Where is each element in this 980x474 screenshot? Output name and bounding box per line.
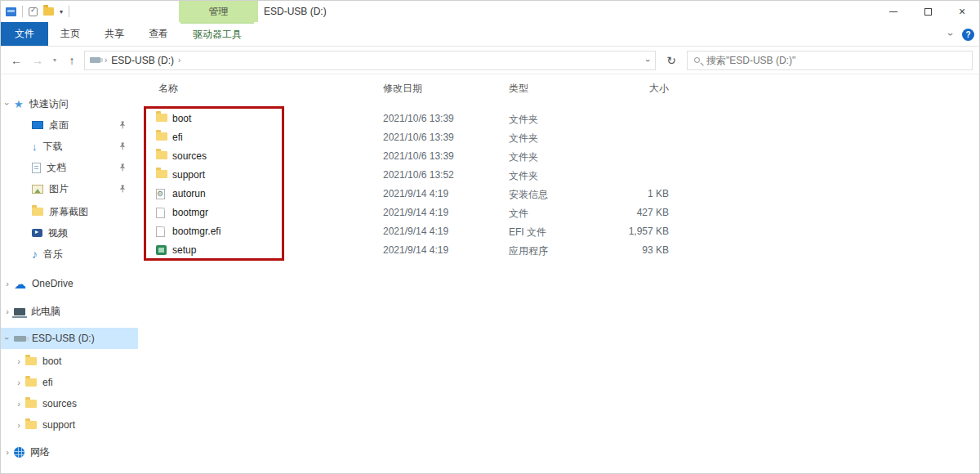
column-header-size[interactable]: 大小 [595, 82, 669, 96]
refresh-icon[interactable]: ↻ [659, 54, 684, 67]
ribbon-tab-row: 文件 主页 共享 查看 驱动器工具 › ? [1, 22, 979, 47]
expander-icon[interactable]: › [1, 279, 14, 288]
file-date: 2021/10/6 13:39 [383, 132, 454, 143]
search-input[interactable] [706, 55, 965, 66]
file-type: 文件夹 [509, 113, 538, 127]
file-row-efi[interactable]: efi 2021/10/6 13:39 文件夹 [138, 128, 979, 147]
file-date: 2021/9/14 4:19 [383, 226, 448, 237]
network-icon [14, 447, 24, 458]
folder-icon [32, 208, 43, 216]
sidebar-item-this-pc[interactable]: › 此电脑 [1, 301, 138, 322]
column-headers: 名称 修改日期 类型 大小 [138, 75, 979, 98]
file-row-autorun[interactable]: autorun 2021/9/14 4:19 安装信息 1 KB [138, 185, 979, 203]
file-row-bootmgr[interactable]: bootmgr 2021/9/14 4:19 文件 427 KB [138, 203, 979, 222]
column-header-type[interactable]: 类型 [509, 82, 528, 96]
forward-button[interactable]: → [29, 54, 47, 67]
help-icon[interactable]: ? [962, 29, 974, 41]
manage-contextual-header[interactable]: 管理 [179, 1, 258, 22]
tab-drive-tools[interactable]: 驱动器工具 [180, 22, 254, 46]
file-row-boot[interactable]: boot 2021/10/6 13:39 文件夹 [138, 110, 979, 128]
sidebar-item-quick-access[interactable]: › ★ 快速访问 [1, 93, 138, 114]
quick-access-star-icon: ★ [14, 99, 24, 110]
qat-dropdown-icon[interactable]: ▾ [60, 8, 63, 16]
expander-icon[interactable]: › [12, 399, 25, 409]
sidebar-item-desktop[interactable]: 桌面 [1, 114, 138, 136]
sidebar-label: sources [42, 398, 77, 409]
desktop-icon [32, 121, 43, 129]
tab-file[interactable]: 文件 [1, 22, 48, 46]
sidebar-item-pictures[interactable]: 图片 [1, 178, 138, 199]
address-box[interactable]: › ESD-USB (D:) › › [84, 51, 656, 70]
onedrive-cloud-icon: ☁ [14, 278, 26, 290]
file-row-bootmgr-efi[interactable]: bootmgr.efi 2021/9/14 4:19 EFI 文件 1,957 … [138, 222, 979, 241]
column-header-name[interactable]: 名称 [158, 82, 178, 96]
sidebar-item-efi[interactable]: › efi [1, 372, 138, 393]
collapse-ribbon-icon[interactable]: › [945, 33, 956, 36]
sidebar-label: 屏幕截图 [49, 205, 88, 219]
file-list-pane: 名称 修改日期 类型 大小 boot 2021/10/6 13:39 文件夹 e… [138, 75, 979, 473]
tab-view[interactable]: 查看 [136, 22, 180, 46]
minimize-button[interactable] [876, 1, 911, 22]
close-button[interactable]: × [945, 1, 979, 22]
file-name: bootmgr [172, 207, 208, 218]
maximize-icon [924, 8, 932, 16]
column-header-date[interactable]: 修改日期 [383, 82, 422, 96]
sidebar-item-esd-usb[interactable]: › ESD-USB (D:) [1, 328, 138, 349]
sidebar-label: 此电脑 [31, 305, 60, 319]
file-date: 2021/10/6 13:39 [383, 113, 454, 124]
sidebar-item-boot[interactable]: › boot [1, 351, 138, 372]
pin-icon [118, 121, 127, 129]
file-row-setup[interactable]: setup 2021/9/14 4:19 应用程序 93 KB [138, 241, 979, 260]
file-type: 安装信息 [509, 188, 548, 202]
folder-icon [156, 132, 167, 141]
sidebar-item-music[interactable]: ♪ 音乐 [1, 244, 138, 265]
expander-icon[interactable]: › [1, 306, 14, 316]
file-size: 1,957 KB [595, 226, 669, 237]
explorer-logo-icon [6, 7, 16, 16]
expander-icon[interactable]: › [12, 420, 25, 430]
window-controls: × [876, 1, 979, 22]
back-button[interactable]: ← [7, 54, 25, 67]
expander-icon[interactable]: › [12, 356, 25, 366]
folder-icon [156, 151, 167, 159]
file-name: sources [172, 150, 207, 162]
pin-icon [118, 142, 127, 150]
sidebar-item-network[interactable]: › 网络 [1, 441, 138, 463]
sidebar-label: support [42, 419, 75, 431]
sidebar-label: 图片 [49, 182, 69, 196]
expander-icon[interactable]: › [1, 333, 14, 343]
address-dropdown-icon[interactable]: › [644, 59, 653, 62]
breadcrumb[interactable]: ESD-USB (D:) [111, 55, 174, 66]
sidebar-item-support[interactable]: › support [1, 414, 138, 436]
tab-home[interactable]: 主页 [48, 22, 92, 46]
expander-icon[interactable]: › [1, 447, 14, 457]
main-area: › ★ 快速访问 桌面 ↓ 下载 文档 图片 [1, 75, 979, 473]
file-row-support[interactable]: support 2021/10/6 13:52 文件夹 [138, 166, 979, 185]
file-size: 427 KB [595, 207, 669, 218]
sidebar-item-screenshots[interactable]: 屏幕截图 [1, 201, 138, 222]
music-icon: ♪ [32, 248, 38, 260]
file-date: 2021/10/6 13:52 [383, 169, 454, 181]
tab-share[interactable]: 共享 [92, 22, 136, 46]
properties-icon[interactable] [29, 7, 38, 16]
file-type: 文件夹 [509, 132, 538, 145]
search-box[interactable] [687, 51, 973, 70]
maximize-button[interactable] [911, 1, 945, 22]
expander-icon[interactable]: › [1, 99, 14, 109]
expander-icon[interactable]: › [12, 378, 25, 387]
file-name: autorun [172, 188, 206, 199]
file-type: 文件夹 [509, 169, 538, 183]
up-button[interactable]: ↑ [63, 54, 81, 67]
sidebar-item-onedrive[interactable]: › ☁ OneDrive [1, 273, 138, 294]
sidebar-label: 桌面 [49, 118, 69, 132]
sidebar-item-sources[interactable]: › sources [1, 393, 138, 414]
sidebar-item-documents[interactable]: 文档 [1, 157, 138, 178]
file-name: bootmgr.efi [172, 226, 220, 237]
setup-information-icon [156, 189, 165, 199]
close-icon: × [959, 6, 965, 17]
recent-locations-icon[interactable]: ▾ [50, 56, 60, 64]
new-folder-icon[interactable] [43, 7, 54, 16]
file-row-sources[interactable]: sources 2021/10/6 13:39 文件夹 [138, 147, 979, 166]
sidebar-item-downloads[interactable]: ↓ 下载 [1, 136, 138, 157]
sidebar-item-videos[interactable]: 视频 [1, 222, 138, 244]
